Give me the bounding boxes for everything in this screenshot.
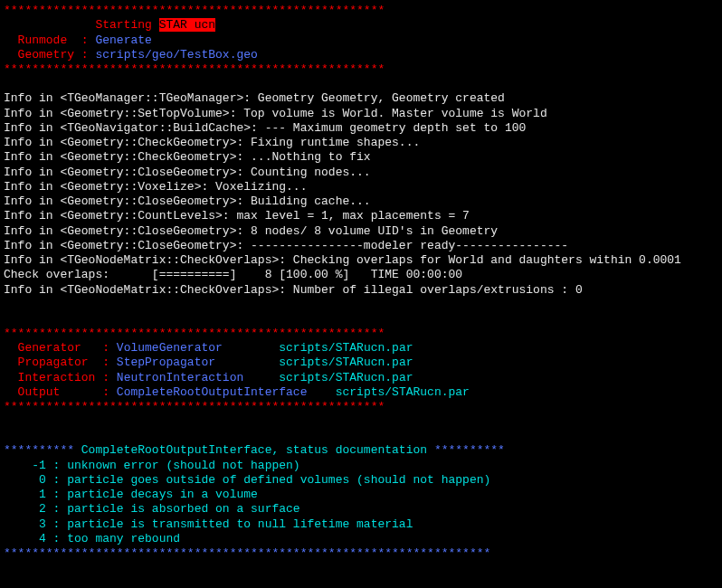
info-line: Info in <Geometry::SetTopVolume>: Top vo… xyxy=(4,107,718,121)
output-line: Output : CompleteRootOutputInterface scr… xyxy=(4,385,718,400)
propagator-line: Propagator : StepPropagator scripts/STAR… xyxy=(4,356,718,370)
geometry-value: scripts/geo/TestBox.geo xyxy=(89,48,258,62)
status-line: 1 : particle decays in a volume xyxy=(4,488,718,502)
info-line: Info in <Geometry::CheckGeometry>: Fixin… xyxy=(4,136,718,150)
info-line: Info in <TGeoNavigator::BuildCache>: ---… xyxy=(4,121,718,136)
info-line: Info in <Geometry::CheckGeometry>: ...No… xyxy=(4,150,718,165)
generator-line: Generator : VolumeGenerator scripts/STAR… xyxy=(4,341,718,356)
status-heading: CompleteRootOutputInterface, status docu… xyxy=(74,443,434,457)
status-line: 4 : too many rebound xyxy=(4,532,718,546)
status-heading-line: ********** CompleteRootOutputInterface, … xyxy=(4,443,718,458)
status-line: 0 : particle goes outside of defined vol… xyxy=(4,473,718,488)
info-line: Info in <Geometry::Voxelize>: Voxelizing… xyxy=(4,180,718,194)
info-line: Check overlaps: [==========] 8 [100.00 %… xyxy=(4,268,718,282)
info-line: Info in <TGeoNodeMatrix::CheckOverlaps>:… xyxy=(4,253,718,268)
generator-path: scripts/STARucn.par xyxy=(279,341,413,355)
propagator-label: Propagator : xyxy=(4,356,109,369)
status-asterisks-suffix: ********** xyxy=(434,443,505,457)
starting-label: Starting xyxy=(4,18,159,32)
propagator-path: scripts/STARucn.par xyxy=(279,356,413,369)
generator-value: VolumeGenerator xyxy=(109,341,279,355)
interaction-value: NeutronInteraction xyxy=(109,371,279,384)
info-block: Info in <TGeoManager::TGeoManager>: Geom… xyxy=(4,91,718,298)
info-line: Info in <Geometry::CloseGeometry>: -----… xyxy=(4,239,718,253)
separator-top: ****************************************… xyxy=(4,4,718,18)
info-line: Info in <Geometry::CloseGeometry>: 8 nod… xyxy=(4,224,718,239)
runmode-value: Generate xyxy=(89,33,152,47)
separator-1: ****************************************… xyxy=(4,62,718,77)
starting-line: Starting STAR ucn xyxy=(4,18,718,33)
output-label: Output : xyxy=(4,385,109,399)
generator-label: Generator : xyxy=(4,341,109,355)
runmode-label: Runmode : xyxy=(4,33,89,47)
separator-full: ****************************************… xyxy=(4,546,718,561)
interaction-path: scripts/STARucn.par xyxy=(279,371,413,384)
info-line: Info in <Geometry::CloseGeometry>: Build… xyxy=(4,194,718,209)
info-line: Info in <TGeoNodeMatrix::CheckOverlaps>:… xyxy=(4,283,718,298)
star-ucn-highlight: STAR ucn xyxy=(159,18,215,32)
separator-2: ****************************************… xyxy=(4,327,718,341)
interaction-label: Interaction : xyxy=(4,371,109,384)
status-line: 3 : particle is transmitted to null life… xyxy=(4,517,718,532)
info-line: Info in <Geometry::CloseGeometry>: Count… xyxy=(4,166,718,180)
separator-3: ****************************************… xyxy=(4,400,718,414)
runmode-line: Runmode : Generate xyxy=(4,33,718,48)
geometry-label: Geometry : xyxy=(4,48,89,62)
propagator-value: StepPropagator xyxy=(109,356,279,369)
geometry-line: Geometry : scripts/geo/TestBox.geo xyxy=(4,48,718,62)
info-line: Info in <Geometry::CountLevels>: max lev… xyxy=(4,209,718,223)
output-path: scripts/STARucn.par xyxy=(336,385,470,399)
status-line: 2 : particle is absorbed on a surface xyxy=(4,502,718,517)
status-asterisks-prefix: ********** xyxy=(4,443,74,457)
status-line: -1 : unknown error (should not happen) xyxy=(4,459,718,473)
output-value: CompleteRootOutputInterface xyxy=(109,385,336,399)
info-line: Info in <TGeoManager::TGeoManager>: Geom… xyxy=(4,91,718,106)
status-block: -1 : unknown error (should not happen) 0… xyxy=(4,459,718,547)
interaction-line: Interaction : NeutronInteraction scripts… xyxy=(4,371,718,385)
